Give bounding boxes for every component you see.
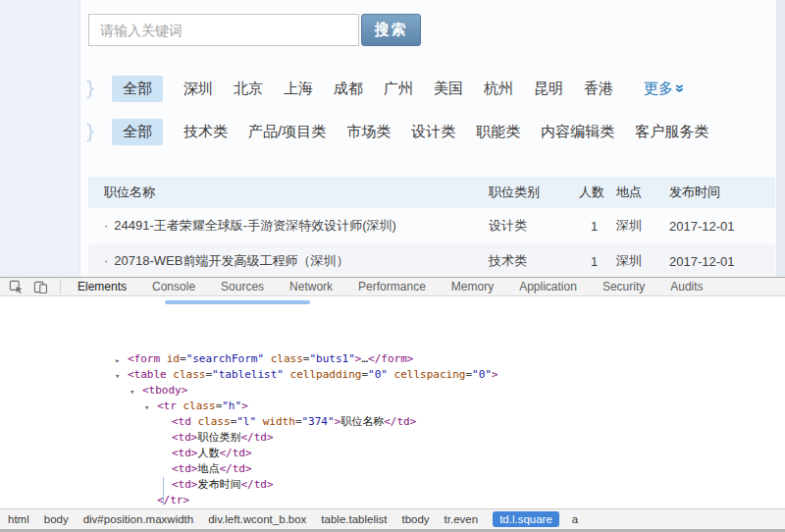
keyword-search-input[interactable]	[88, 14, 359, 46]
tab-application[interactable]: Application	[519, 280, 577, 293]
table-row[interactable]: ·24491-王者荣耀全球版-手游资深特效设计师(深圳)设计类1深圳2017-1…	[88, 208, 775, 243]
category-filter-item[interactable]: 内容编辑类	[541, 123, 614, 141]
table-row[interactable]: ·20718-WEB前端开发高级工程师（深圳）技术类1深圳2017-12-01	[88, 243, 775, 279]
text-selection-highlight	[165, 300, 310, 304]
bullet-icon: ·	[104, 218, 108, 233]
job-title-link[interactable]: 24491-王者荣耀全球版-手游资深特效设计师(深圳)	[114, 218, 395, 233]
job-date-cell: 2017-12-01	[669, 243, 775, 279]
device-toolbar-icon[interactable]	[33, 280, 48, 294]
job-table-header-row: 职位名称职位类别人数地点发布时间	[88, 177, 775, 208]
column-header: 发布时间	[669, 177, 775, 208]
breadcrumb-item[interactable]: tr.even	[445, 513, 479, 525]
tree-line[interactable]: <td>地点</td>	[0, 461, 785, 477]
category-filter-selected[interactable]: 全部	[112, 119, 163, 145]
category-filter-item[interactable]: 技术类	[183, 123, 228, 141]
city-filter-item[interactable]: 深圳	[183, 80, 213, 98]
job-location-cell: 深圳	[616, 208, 669, 243]
tree-line[interactable]: ▸<form id="searchForm" class="buts1">…</…	[0, 351, 785, 367]
city-filter-item[interactable]: 北京	[234, 80, 263, 98]
devtools-tabs: ElementsConsoleSourcesNetworkPerformance…	[65, 278, 716, 295]
page-left-margin	[0, 0, 80, 277]
tab-memory[interactable]: Memory	[451, 280, 494, 293]
column-header: 人数	[579, 177, 616, 208]
breadcrumb-item[interactable]: body	[44, 513, 69, 525]
job-count-cell: 1	[579, 243, 616, 279]
tree-line[interactable]: ▾<table class="tablelist" cellpadding="0…	[0, 367, 785, 383]
breadcrumb-item[interactable]: tbody	[401, 513, 429, 525]
collapse-arrow-icon[interactable]: ▾	[115, 368, 120, 384]
breadcrumb-item[interactable]: div#position.maxwidth	[83, 513, 194, 525]
dom-breadcrumbs: htmlbodydiv#position.maxwidthdiv.left.wc…	[0, 508, 785, 529]
tree-line[interactable]: ▾<tr class="h">	[0, 399, 785, 414]
collapse-arrow-icon[interactable]: ▾	[130, 384, 134, 399]
city-filter-item[interactable]: 上海	[284, 80, 313, 98]
tab-network[interactable]: Network	[289, 280, 333, 293]
category-filter-item[interactable]: 职能类	[476, 123, 520, 141]
category-filter-item[interactable]: 市场类	[346, 123, 391, 141]
category-filter-item[interactable]: 客户服务类	[635, 123, 708, 141]
breadcrumb-item[interactable]: a	[572, 513, 578, 525]
city-filter-row: } 全部 深圳北京上海成都广州美国杭州昆明香港 更多 »	[84, 75, 685, 102]
more-cities-link[interactable]: 更多 »	[644, 80, 685, 98]
job-table-body: ·24491-王者荣耀全球版-手游资深特效设计师(深圳)设计类1深圳2017-1…	[88, 208, 775, 279]
tab-performance[interactable]: Performance	[358, 280, 426, 293]
brace-icon: }	[84, 78, 96, 99]
breadcrumb-item[interactable]: div.left.wcont_b.box	[208, 513, 306, 525]
tree-line[interactable]: ▾<tbody>	[0, 383, 785, 399]
toolbar-divider	[60, 280, 61, 293]
bullet-icon: ·	[104, 253, 108, 268]
tab-elements[interactable]: Elements	[78, 280, 127, 293]
column-header: 职位名称	[88, 177, 489, 208]
job-location-cell: 深圳	[616, 243, 669, 279]
tree-line[interactable]: <td class="l" width="374">职位名称</td>	[0, 414, 785, 430]
category-filter-item[interactable]: 设计类	[411, 123, 455, 141]
category-filter-row: } 全部 技术类产品/项目类市场类设计类职能类内容编辑类客户服务类	[84, 118, 729, 145]
job-count-cell: 1	[579, 208, 616, 243]
city-filter-item[interactable]: 香港	[584, 80, 613, 98]
tree-line[interactable]: <td>人数</td>	[0, 446, 785, 461]
city-filter-item[interactable]: 杭州	[484, 80, 513, 98]
category-filter-items: 技术类产品/项目类市场类设计类职能类内容编辑类客户服务类	[183, 123, 729, 141]
breadcrumb-item[interactable]: td.l.square	[493, 511, 559, 527]
category-filter-item[interactable]: 产品/项目类	[248, 123, 326, 141]
more-chevron-icon: »	[672, 84, 690, 93]
column-header: 职位类别	[489, 177, 579, 208]
job-category-cell: 设计类	[489, 208, 579, 243]
city-filter-item[interactable]: 美国	[434, 80, 463, 98]
brace-icon: }	[84, 121, 96, 142]
job-table: 职位名称职位类别人数地点发布时间 ·24491-王者荣耀全球版-手游资深特效设计…	[88, 177, 775, 279]
page-right-margin	[776, 0, 785, 277]
tree-line[interactable]: </tr>	[0, 493, 785, 508]
city-filter-item[interactable]: 昆明	[534, 80, 563, 98]
city-filter-item[interactable]: 成都	[334, 80, 363, 98]
breadcrumb-item[interactable]: html	[8, 513, 29, 525]
job-title-link[interactable]: 20718-WEB前端开发高级工程师（深圳）	[114, 253, 348, 268]
city-filter-items: 深圳北京上海成都广州美国杭州昆明香港	[183, 80, 634, 98]
more-label: 更多	[644, 80, 673, 98]
job-date-cell: 2017-12-01	[669, 208, 775, 243]
city-filter-selected[interactable]: 全部	[112, 76, 163, 102]
expand-arrow-icon[interactable]: ▸	[115, 352, 120, 368]
tree-line[interactable]: <td>职位类别</td>	[0, 430, 785, 446]
column-header: 地点	[616, 177, 669, 208]
city-filter-item[interactable]: 广州	[384, 80, 413, 98]
inspect-element-icon[interactable]	[9, 280, 24, 294]
job-category-cell: 技术类	[489, 243, 579, 279]
search-button[interactable]: 搜索	[361, 14, 421, 46]
tree-line[interactable]: <td>发布时间</td>	[0, 477, 785, 493]
tab-audits[interactable]: Audits	[670, 280, 703, 293]
breadcrumb-item[interactable]: table.tablelist	[321, 513, 387, 525]
tab-sources[interactable]: Sources	[221, 280, 264, 293]
collapse-arrow-icon[interactable]: ▾	[144, 399, 149, 415]
elements-tree: ▸<form id="searchForm" class="buts1">…</…	[0, 296, 785, 508]
devtools-toolbar: ElementsConsoleSourcesNetworkPerformance…	[0, 278, 785, 296]
tab-security[interactable]: Security	[602, 280, 645, 293]
devtools-panel: ElementsConsoleSourcesNetworkPerformance…	[0, 277, 785, 532]
job-search-page: 搜索 } 全部 深圳北京上海成都广州美国杭州昆明香港 更多 » } 全部 技术类…	[0, 0, 785, 277]
tab-console[interactable]: Console	[152, 280, 195, 293]
